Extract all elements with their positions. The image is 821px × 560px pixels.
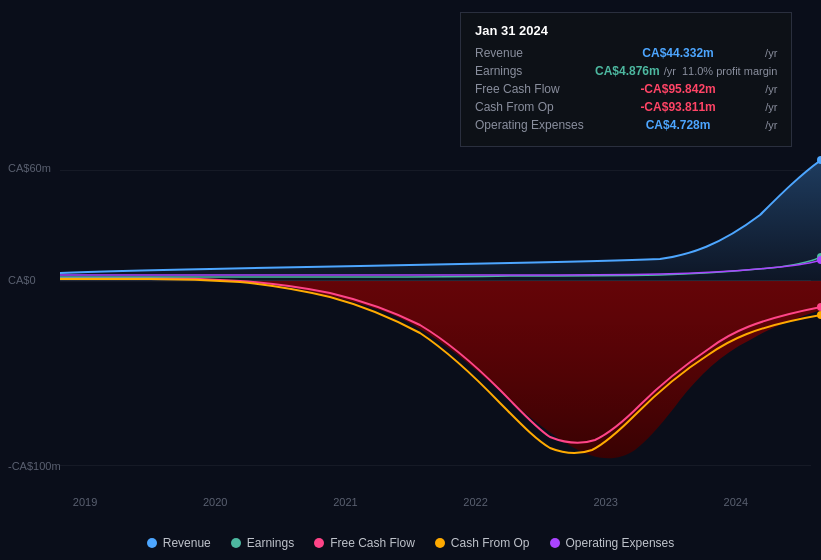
tooltip-cfo-unit: /yr (765, 101, 777, 113)
legend-revenue-dot (147, 538, 157, 548)
legend-cfo-dot (435, 538, 445, 548)
tooltip-revenue-unit: /yr (765, 47, 777, 59)
chart-svg (60, 155, 821, 475)
legend-cfo-label: Cash From Op (451, 536, 530, 550)
tooltip-panel: Jan 31 2024 Revenue CA$44.332m /yr Earni… (460, 12, 792, 147)
legend-revenue-label: Revenue (163, 536, 211, 550)
x-label-2023: 2023 (593, 496, 617, 508)
tooltip-revenue-row: Revenue CA$44.332m /yr (475, 46, 777, 60)
tooltip-cfo-label: Cash From Op (475, 100, 595, 114)
legend-fcf: Free Cash Flow (314, 536, 415, 550)
tooltip-earnings-value: CA$4.876m (595, 64, 660, 78)
legend-opex-label: Operating Expenses (566, 536, 675, 550)
tooltip-opex-unit: /yr (765, 119, 777, 131)
chart-container: CA$60m CA$0 -CA$100m (0, 0, 821, 560)
legend-cfo: Cash From Op (435, 536, 530, 550)
tooltip-revenue-label: Revenue (475, 46, 595, 60)
tooltip-earnings-row: Earnings CA$4.876m /yr 11.0% profit marg… (475, 64, 777, 78)
y-label-60: CA$60m (8, 162, 51, 174)
tooltip-opex-label: Operating Expenses (475, 118, 595, 132)
legend-revenue: Revenue (147, 536, 211, 550)
tooltip-cfo-value: -CA$93.811m (640, 100, 715, 114)
tooltip-opex-value: CA$4.728m (646, 118, 711, 132)
tooltip-profit-margin: 11.0% profit margin (682, 65, 777, 77)
x-label-2019: 2019 (73, 496, 97, 508)
tooltip-earnings-unit: /yr (664, 65, 676, 77)
tooltip-date: Jan 31 2024 (475, 23, 777, 38)
x-label-2022: 2022 (463, 496, 487, 508)
y-label-0: CA$0 (8, 274, 36, 286)
legend-opex: Operating Expenses (550, 536, 675, 550)
tooltip-earnings-label: Earnings (475, 64, 595, 78)
tooltip-fcf-unit: /yr (765, 83, 777, 95)
legend-fcf-dot (314, 538, 324, 548)
x-label-2024: 2024 (724, 496, 748, 508)
legend-earnings-dot (231, 538, 241, 548)
legend-earnings: Earnings (231, 536, 294, 550)
svg-point-4 (817, 311, 821, 319)
tooltip-fcf-row: Free Cash Flow -CA$95.842m /yr (475, 82, 777, 96)
legend-earnings-label: Earnings (247, 536, 294, 550)
x-label-2021: 2021 (333, 496, 357, 508)
y-label-minus100: -CA$100m (8, 460, 61, 472)
legend-opex-dot (550, 538, 560, 548)
tooltip-cfo-row: Cash From Op -CA$93.811m /yr (475, 100, 777, 114)
tooltip-fcf-label: Free Cash Flow (475, 82, 595, 96)
chart-legend: Revenue Earnings Free Cash Flow Cash Fro… (0, 536, 821, 550)
legend-fcf-label: Free Cash Flow (330, 536, 415, 550)
x-axis: 2019 2020 2021 2022 2023 2024 (0, 496, 821, 508)
tooltip-opex-row: Operating Expenses CA$4.728m /yr (475, 118, 777, 132)
tooltip-revenue-value: CA$44.332m (642, 46, 713, 60)
tooltip-fcf-value: -CA$95.842m (640, 82, 715, 96)
x-label-2020: 2020 (203, 496, 227, 508)
